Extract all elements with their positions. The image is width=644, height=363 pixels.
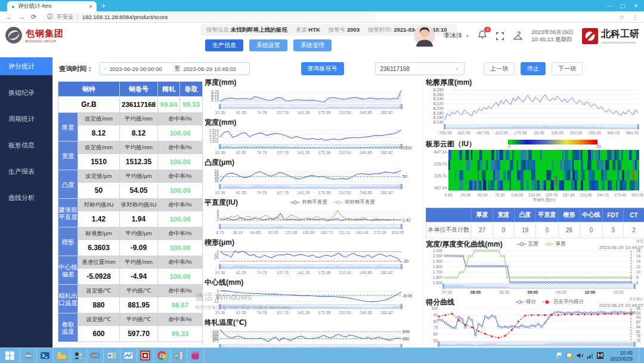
summary-cell: 设定值/mm bbox=[78, 141, 120, 154]
defect-value-cell: 26 bbox=[559, 222, 580, 238]
date-to-input[interactable] bbox=[184, 66, 246, 72]
sidebar-item-评分统计[interactable]: 评分统计 bbox=[0, 57, 52, 75]
svg-text:880: 880 bbox=[402, 337, 410, 341]
resource-monitor-icon[interactable] bbox=[120, 349, 137, 363]
sidebar-item-曲线分析[interactable]: 曲线分析 bbox=[0, 189, 52, 207]
theme-hanger-icon[interactable] bbox=[513, 32, 523, 41]
legend-item[interactable]: 历史平均得分 bbox=[542, 299, 584, 306]
sidebar-item-生产报表[interactable]: 生产报表 bbox=[0, 162, 52, 180]
show-desktop-button[interactable] bbox=[639, 348, 642, 363]
svg-text:107.76: 107.76 bbox=[276, 150, 289, 155]
taskbar-clock[interactable]: 10:45 2023/6/29 bbox=[606, 350, 636, 362]
address-bar[interactable]: ⓘ 不安全 | 192.168.11.28:8084/product/score bbox=[42, 13, 376, 21]
powershell-icon[interactable] bbox=[37, 349, 54, 363]
flatness-chart[interactable]: 86421.428.7536.1064.8592.95121.95150.601… bbox=[205, 207, 419, 238]
legend-item[interactable]: 宽度 bbox=[516, 241, 538, 248]
avatar[interactable] bbox=[414, 25, 435, 47]
reload-icon[interactable]: ⟳ bbox=[31, 13, 36, 21]
chrome-icon[interactable] bbox=[154, 349, 171, 363]
file-explorer-icon[interactable] bbox=[54, 349, 70, 363]
user-menu[interactable]: 李冰洋 ▼ bbox=[444, 32, 469, 40]
summary-cell: 100.00 bbox=[158, 125, 203, 141]
windows-taskbar: 10:45 2023/6/29 bbox=[0, 347, 644, 363]
ime-m-icon[interactable] bbox=[596, 352, 604, 359]
tab-title: 评分统计-hmi bbox=[18, 2, 86, 10]
svg-text:106.05: 106.05 bbox=[511, 193, 524, 197]
hmi-app-icon[interactable] bbox=[137, 349, 154, 363]
coil-select[interactable]: 236117168 ∨ bbox=[375, 62, 465, 75]
summary-cell: 平均值/mm bbox=[120, 113, 158, 125]
sidebar: 评分统计换辊纪录周期统计板形信息生产报表曲线分析 bbox=[0, 57, 52, 347]
maximize-icon[interactable]: ▢ bbox=[620, 3, 626, 9]
width_c-chart[interactable]: 1,5141,5131,5121,511151010.3642.3574.781… bbox=[205, 127, 419, 158]
prev-coil-button[interactable]: 上一块 bbox=[484, 62, 515, 75]
profile-chart[interactable]: 8,2808,2608,2408,2208,2008,1808,1608,140… bbox=[426, 87, 643, 138]
next-coil-button[interactable]: 下一块 bbox=[552, 62, 583, 75]
svg-text:108.05: 108.05 bbox=[551, 131, 564, 135]
nav-button-系统设置[interactable]: 系统设置 bbox=[249, 39, 287, 51]
bookmark-star-icon[interactable]: ☆ bbox=[619, 13, 624, 20]
legend-item[interactable]: 对称平直度 bbox=[290, 199, 327, 206]
nav-button-生产信息[interactable]: 生产信息 bbox=[205, 39, 243, 51]
svg-text:215.71: 215.71 bbox=[434, 174, 447, 178]
flatness-chart-block: 平直度(IU)对称平直度非对称平直度86421.428.7536.1064.85… bbox=[205, 199, 419, 238]
notifications-button[interactable]: 0 bbox=[478, 30, 487, 42]
tab-close-icon[interactable]: ✕ bbox=[88, 4, 93, 10]
fullscreen-icon[interactable] bbox=[496, 32, 504, 41]
close-icon[interactable]: ✕ bbox=[633, 3, 638, 9]
centerline-chart[interactable]: 0-4-8-12-5.0910.3642.3574.78107.76141.28… bbox=[205, 287, 419, 318]
summary-cell: 对称均值/IU bbox=[78, 199, 120, 211]
search-slab-button[interactable]: 查询板坯号 bbox=[301, 62, 344, 75]
legend-item[interactable]: 得分 bbox=[515, 299, 536, 306]
crown-chart[interactable]: 60555045405010.3642.3574.78107.76141.281… bbox=[205, 167, 419, 198]
wt-chart[interactable]: 2,1002,0001,9001,8001,7001,6001,50018161… bbox=[426, 248, 643, 297]
info-icon[interactable]: ⓘ bbox=[47, 13, 53, 21]
back-icon[interactable]: ← bbox=[6, 13, 13, 20]
new-tab-button[interactable]: + bbox=[101, 2, 106, 11]
stop-button[interactable]: 停止 bbox=[521, 62, 546, 75]
shape-heatmap[interactable]: -647.14-215.71215.71647.140.6526.0552.00… bbox=[426, 149, 643, 206]
network-icon[interactable] bbox=[586, 352, 594, 359]
start-icon[interactable] bbox=[0, 349, 20, 363]
contacts-icon[interactable] bbox=[70, 349, 87, 363]
date-from-input[interactable] bbox=[110, 66, 172, 72]
sidebar-item-板形信息[interactable]: 板形信息 bbox=[0, 136, 52, 154]
browser-urlbar: ← → ⟳ ⓘ 不安全 | 192.168.11.28:8084/product… bbox=[0, 11, 644, 23]
flag-icon[interactable] bbox=[556, 352, 564, 359]
computer-management-icon[interactable] bbox=[171, 349, 187, 363]
logo-subtitle: BAOGANG GROUP bbox=[26, 39, 64, 43]
minimize-icon[interactable]: — bbox=[606, 3, 612, 9]
legend-item[interactable]: 非对称平直度 bbox=[333, 199, 375, 206]
summary-cell: 命中率/% bbox=[158, 170, 203, 183]
summary-cell: 100.00 bbox=[158, 240, 203, 256]
forward-icon[interactable]: → bbox=[18, 13, 25, 20]
date-range-picker[interactable]: 至 bbox=[100, 62, 250, 75]
browser-tab[interactable]: ▲ 评分统计-hmi ✕ bbox=[7, 1, 97, 11]
control-panel-icon[interactable] bbox=[104, 349, 120, 363]
sidebar-item-换辊纪录[interactable]: 换辊纪录 bbox=[0, 84, 52, 101]
nav-button-系统管理[interactable]: 系统管理 bbox=[293, 39, 332, 51]
width_c-chart-block: 宽度(mm)1,5141,5131,5121,511151010.3642.35… bbox=[205, 119, 419, 158]
server-manager-icon[interactable] bbox=[20, 349, 37, 363]
svg-text:1,800: 1,800 bbox=[433, 264, 443, 269]
wedge-chart[interactable]: 0-10-20-3010.3642.3574.78107.76141.28175… bbox=[205, 247, 419, 278]
summary-cell: 钢种 bbox=[58, 82, 120, 97]
svg-text:252.05: 252.05 bbox=[570, 131, 583, 135]
defect-header-cell: 厚度 bbox=[472, 208, 493, 222]
scale-min: 0 bbox=[508, 144, 510, 149]
svg-text:8,260: 8,260 bbox=[433, 93, 444, 97]
visual-studio-icon[interactable] bbox=[87, 349, 104, 363]
legend-item[interactable]: 厚度 bbox=[544, 241, 565, 248]
browser-menu-icon[interactable]: ⋮ bbox=[632, 13, 639, 20]
vendor-logo: 北科工研 bbox=[582, 28, 639, 44]
wt-chart-block: 宽度/厚度变化曲线(mm) 宽度厚度 厚度2023-06-29 10:44:07… bbox=[426, 241, 643, 297]
sidebar-item-周期统计[interactable]: 周期统计 bbox=[0, 110, 52, 128]
database-icon[interactable] bbox=[187, 349, 204, 363]
defect-value-cell: 0 bbox=[493, 222, 515, 238]
volume-muted-icon[interactable] bbox=[576, 352, 584, 359]
thickness-chart[interactable]: 8.258.228.198.1610.3642.3574.78107.76141… bbox=[205, 87, 419, 118]
action-center-icon[interactable] bbox=[566, 352, 574, 359]
summary-cell: 880 bbox=[78, 297, 120, 313]
summary-cell: 凸度 bbox=[58, 170, 78, 199]
svg-text:107.76: 107.76 bbox=[276, 310, 289, 315]
